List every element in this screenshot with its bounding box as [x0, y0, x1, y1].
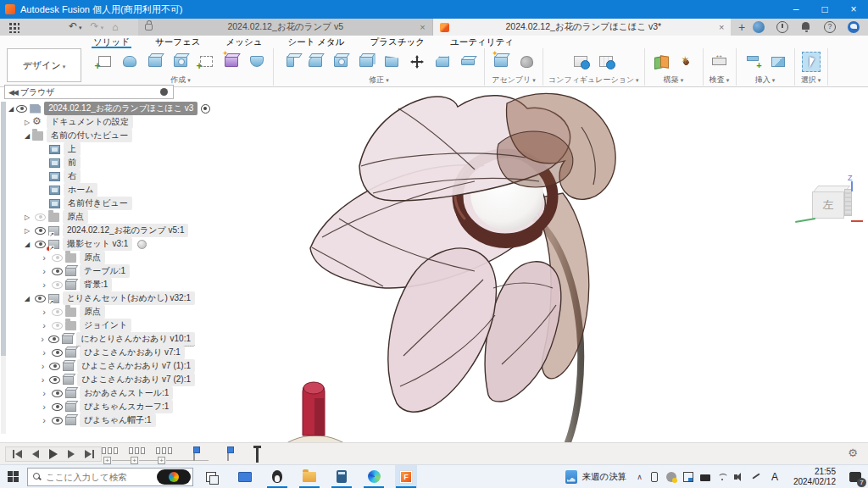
weather-icon[interactable] — [666, 472, 676, 482]
maximize-button[interactable]: □ — [810, 0, 839, 19]
search-input[interactable] — [46, 472, 157, 482]
close-button[interactable]: × — [839, 0, 868, 19]
expand-arrow[interactable] — [39, 374, 47, 385]
tab-solid[interactable]: ソリッド — [92, 36, 131, 48]
visibility-eye-icon[interactable] — [49, 363, 60, 370]
configuration-icon[interactable] — [570, 50, 592, 74]
expand-arrow[interactable] — [22, 227, 32, 235]
taskbar-app-penguin[interactable] — [266, 465, 288, 488]
pen-icon[interactable] — [751, 472, 761, 482]
configuration-table-icon[interactable] — [595, 50, 617, 74]
configuration-group-label[interactable]: コンフィギュレーション — [548, 75, 639, 86]
expand-arrow[interactable] — [39, 402, 49, 412]
assemble-group-label[interactable]: アセンブリ — [492, 75, 536, 86]
taskbar-search[interactable] — [27, 468, 193, 486]
insert-derive-icon[interactable] — [742, 50, 764, 74]
taskbar-app-calculator[interactable] — [331, 465, 353, 488]
modify-group-label[interactable]: 修正 — [369, 75, 389, 86]
taskbar-clock[interactable]: 21:55 2024/02/12 — [787, 467, 843, 487]
expand-arrow[interactable] — [22, 241, 32, 248]
minimize-button[interactable]: – — [782, 0, 810, 19]
tree-item-chicken[interactable]: にわとりさんかおあり v10:1 — [8, 332, 195, 346]
tree-item-joints[interactable]: ジョイント — [8, 319, 195, 332]
save-icon[interactable] — [48, 21, 60, 33]
activate-component-icon[interactable] — [201, 104, 210, 114]
expand-arrow[interactable] — [39, 347, 49, 358]
visibility-eye-icon[interactable] — [52, 403, 63, 411]
timeline-marker-icon[interactable] — [193, 446, 200, 453]
tree-item-origin[interactable]: 原点 — [8, 251, 195, 264]
tree-item-named-views[interactable]: 名前の付いたビュー — [8, 129, 195, 142]
document-tab-active[interactable]: 2024.02.12_お花のランプほこほこ v3* × — [433, 19, 732, 36]
extensions-icon[interactable] — [753, 21, 765, 33]
user-avatar[interactable] — [848, 21, 860, 33]
visibility-eye-icon[interactable] — [35, 227, 46, 235]
tree-item-origin[interactable]: 原点 — [8, 305, 195, 319]
inspect-group-label[interactable]: 検査 — [709, 75, 730, 86]
browser-scrollbar[interactable] — [1, 102, 6, 434]
visibility-eye-icon[interactable] — [35, 214, 46, 221]
home-icon[interactable]: ⌂ — [112, 21, 118, 33]
timeline-track[interactable]: + + + — [102, 445, 356, 463]
step-back-icon[interactable] — [32, 450, 39, 458]
hole-icon[interactable] — [170, 50, 192, 74]
visibility-eye-icon[interactable] — [52, 308, 63, 316]
notifications-bell-icon[interactable] — [800, 21, 812, 33]
expand-arrow[interactable] — [39, 334, 46, 344]
browser-options-icon[interactable] — [160, 88, 168, 96]
visibility-eye-icon[interactable] — [52, 390, 63, 397]
timeline-group-icon[interactable]: + — [103, 457, 111, 464]
form-box-icon[interactable] — [220, 50, 242, 74]
tree-item-view-top[interactable]: 上 — [8, 142, 195, 156]
split-body-icon[interactable] — [381, 50, 403, 74]
measure-icon[interactable] — [709, 50, 731, 74]
expand-arrow[interactable] — [39, 307, 49, 317]
speaker-icon[interactable] — [734, 472, 744, 482]
redo-icon[interactable]: ↷▾ — [91, 20, 104, 34]
expand-arrow[interactable] — [22, 132, 32, 140]
document-tab-inactive[interactable]: 2024.02.12_お花のランプ v5 × — [138, 19, 433, 36]
expand-arrow[interactable] — [39, 388, 49, 398]
expand-arrow[interactable] — [39, 320, 49, 330]
view-cube[interactable]: 左 Z — [807, 175, 861, 230]
file-menu-icon[interactable] — [28, 21, 40, 33]
replace-face-icon[interactable] — [457, 50, 479, 74]
tab-mesh[interactable]: メッシュ — [224, 36, 264, 48]
step-forward-icon[interactable] — [68, 450, 75, 458]
tree-item-chick-3[interactable]: ひよこさんかおあり v7 (2):1 — [8, 373, 195, 386]
expand-arrow[interactable] — [22, 119, 32, 126]
tree-item-piyo-scarf[interactable]: ぴよちゃんスカーフ:1 — [8, 400, 195, 413]
visibility-eye-icon[interactable] — [49, 376, 60, 384]
view-cube-left-face[interactable]: 左 — [812, 191, 844, 219]
shell-icon[interactable] — [330, 50, 352, 74]
tree-item-named-view[interactable]: 名前付きビュー — [8, 197, 195, 210]
visibility-eye-icon[interactable] — [35, 295, 46, 302]
wifi-icon[interactable] — [717, 472, 727, 482]
combine-icon[interactable] — [355, 50, 377, 74]
create-form-icon[interactable] — [119, 50, 141, 74]
tree-item-origin[interactable]: 原点 — [8, 210, 195, 224]
construction-plane-icon[interactable] — [650, 50, 672, 74]
undo-icon[interactable]: ↶▾ — [69, 20, 82, 34]
tree-item-shooting-set[interactable]: 撮影セット v3:1 — [8, 237, 195, 251]
expand-arrow[interactable] — [39, 361, 47, 371]
taskbar-app-edge[interactable] — [363, 465, 385, 488]
view-cube-side-face[interactable] — [844, 189, 852, 216]
help-icon[interactable] — [824, 21, 836, 33]
press-pull-icon[interactable] — [279, 50, 301, 74]
tab-sheet-metal[interactable]: シート メタル — [286, 36, 346, 48]
visibility-eye-icon[interactable] — [52, 417, 63, 424]
chamfer-icon[interactable] — [431, 50, 453, 74]
expand-arrow[interactable] — [39, 280, 49, 290]
pattern-icon[interactable] — [195, 50, 217, 74]
tree-item-lamp-component[interactable]: 2024.02.12_お花のランプ v5:1 — [8, 224, 195, 237]
create-sketch-icon[interactable] — [93, 50, 115, 74]
timeline-settings-gear-icon[interactable]: ⚙ — [848, 446, 858, 459]
job-status-icon[interactable] — [776, 21, 788, 33]
phone-link-icon[interactable] — [651, 472, 658, 482]
expand-arrow[interactable] — [39, 252, 49, 263]
taskbar-app-fusion[interactable]: F — [395, 465, 417, 488]
tree-item-background[interactable]: 背景:1 — [8, 278, 195, 291]
timeline-group-icon[interactable]: + — [131, 457, 138, 464]
tree-item-chick-1[interactable]: ひよこさんかおあり v7:1 — [8, 346, 195, 359]
